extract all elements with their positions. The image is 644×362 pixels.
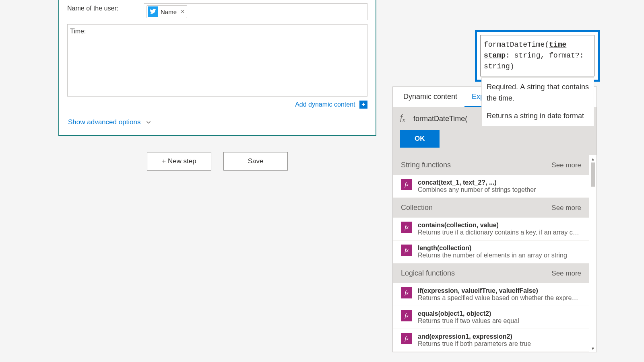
- tab-dynamic-content[interactable]: Dynamic content: [396, 87, 464, 107]
- field-row-body: Time:: [59, 23, 376, 97]
- fn-row[interactable]: fxcontains(collection, value)Returns tru…: [393, 218, 589, 241]
- fn-row[interactable]: fxlength(collection)Returns the number o…: [393, 241, 589, 263]
- see-more-link[interactable]: See more: [551, 269, 581, 278]
- fx-icon: fx: [400, 113, 405, 124]
- fn-signature: contains(collection, value): [418, 222, 581, 229]
- field-input-username[interactable]: Name ×: [144, 3, 367, 20]
- fx-badge-icon: fx: [401, 287, 412, 298]
- see-more-link[interactable]: See more: [551, 204, 581, 212]
- fn-category-header: Logical functionsSee more: [393, 263, 589, 283]
- action-card: Name of the user: Name × Time: Add dynam…: [58, 0, 376, 136]
- fx-badge-icon: fx: [401, 333, 412, 344]
- fn-row[interactable]: fxif(expression, valueIfTrue, valueIfFal…: [393, 283, 589, 306]
- body-static-text: Time:: [70, 28, 86, 35]
- fn-row[interactable]: fxequals(object1, object2)Returns true i…: [393, 306, 589, 329]
- fn-category-header: CollectionSee more: [393, 198, 589, 218]
- fn-row[interactable]: fxand(expression1, expression2)Returns t…: [393, 329, 589, 352]
- dynamic-token-name[interactable]: Name ×: [147, 5, 187, 18]
- arg-required-text: Required. A string that contains the tim…: [487, 82, 589, 104]
- fn-description: Returns true if both parameters are true: [418, 340, 581, 348]
- fn-category-header: String functionsSee more: [393, 155, 589, 175]
- plus-icon: +: [359, 101, 367, 109]
- field-input-body[interactable]: Time:: [67, 24, 367, 97]
- twitter-icon: [148, 6, 158, 17]
- fn-row[interactable]: fxconcat(text_1, text_2?, ...)Combines a…: [393, 175, 589, 198]
- fn-description: Returns a specified value based on wheth…: [418, 294, 581, 302]
- fx-badge-icon: fx: [401, 222, 412, 233]
- see-more-link[interactable]: See more: [551, 161, 581, 169]
- fn-description: Returns the number of elements in an arr…: [418, 252, 581, 259]
- fn-category-title: Logical functions: [401, 269, 455, 278]
- ok-button[interactable]: OK: [400, 130, 440, 148]
- step-buttons: + New step Save: [147, 152, 288, 171]
- new-step-button[interactable]: + New step: [147, 152, 211, 171]
- fn-signature: length(collection): [418, 245, 581, 252]
- field-label-username: Name of the user:: [67, 3, 144, 12]
- fn-description: Returns true if two values are equal: [418, 317, 581, 325]
- fn-description: Returns true if a dictionary contains a …: [418, 229, 581, 236]
- expression-panel: Dynamic content Expression fx formatDate…: [392, 86, 597, 352]
- scroll-up-arrow-icon[interactable]: ▲: [590, 156, 596, 162]
- fn-signature: equals(object1, object2): [418, 310, 581, 317]
- fn-signature: concat(text_1, text_2?, ...): [418, 179, 581, 186]
- fx-badge-icon: fx: [401, 245, 412, 256]
- scroll-down-arrow-icon[interactable]: ▼: [590, 346, 596, 351]
- chevron-down-icon: [145, 119, 152, 126]
- scrollbar[interactable]: ▲ ▼: [590, 156, 596, 351]
- fn-signature: and(expression1, expression2): [418, 333, 581, 340]
- show-advanced-options-link[interactable]: Show advanced options: [59, 114, 376, 135]
- returns-text: Returns a string in date format: [487, 111, 589, 122]
- remove-token-icon[interactable]: ×: [181, 8, 184, 15]
- function-list-scroll: String functionsSee morefxconcat(text_1,…: [393, 155, 597, 352]
- save-button[interactable]: Save: [223, 152, 288, 171]
- fn-description: Combines any number of strings together: [418, 186, 581, 193]
- fx-badge-icon: fx: [401, 310, 412, 321]
- signature-text: formatDateTime(timestamp: string, format…: [480, 35, 594, 76]
- scroll-thumb[interactable]: [591, 162, 595, 187]
- signature-description: Required. A string that contains the tim…: [481, 77, 594, 126]
- fn-signature: if(expression, valueIfTrue, valueIfFalse…: [418, 287, 581, 294]
- signature-tooltip: formatDateTime(timestamp: string, format…: [475, 30, 600, 82]
- add-dynamic-content-link[interactable]: Add dynamic content +: [59, 97, 376, 114]
- dynamic-token-name-label: Name: [161, 8, 177, 15]
- fn-category-title: Collection: [401, 204, 433, 212]
- fx-badge-icon: fx: [401, 179, 412, 190]
- field-row-username: Name of the user: Name ×: [59, 2, 376, 20]
- fn-category-title: String functions: [401, 161, 451, 169]
